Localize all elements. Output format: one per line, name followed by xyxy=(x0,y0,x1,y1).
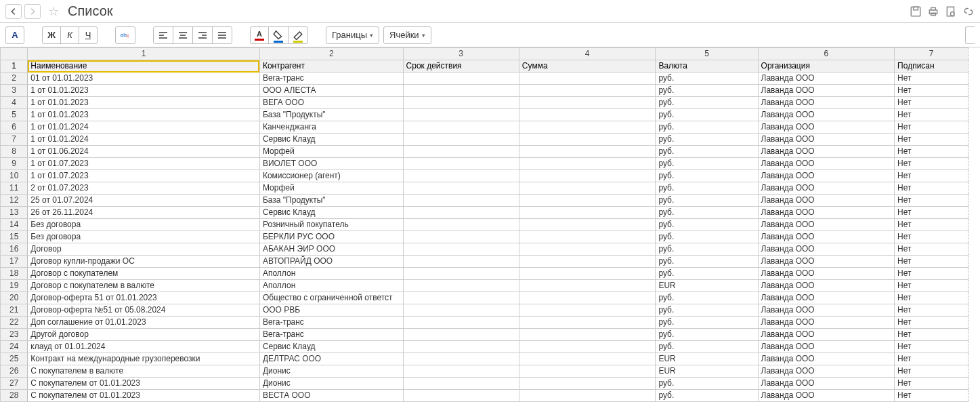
cell[interactable]: Лаванда ООО xyxy=(758,97,895,109)
cell[interactable]: руб. xyxy=(656,134,758,146)
cell[interactable]: Нет xyxy=(895,256,968,268)
font-button[interactable]: A xyxy=(5,26,24,44)
cell[interactable]: руб. xyxy=(656,195,758,207)
row-number[interactable]: 27 xyxy=(1,378,28,390)
cell[interactable] xyxy=(403,304,519,317)
cell[interactable]: руб. xyxy=(656,243,758,256)
cell[interactable]: Вега-транс xyxy=(259,317,403,329)
cell[interactable]: База "Продукты" xyxy=(259,195,403,207)
cell[interactable]: руб. xyxy=(656,219,758,231)
borders-dropdown[interactable]: Границы ▾ xyxy=(326,26,379,44)
cell[interactable] xyxy=(403,256,519,268)
cell[interactable]: С покупателем от 01.01.2023 xyxy=(28,390,260,402)
cell[interactable]: Лаванда ООО xyxy=(758,317,895,329)
cell[interactable]: База "Продукты" xyxy=(259,109,403,121)
cell[interactable]: Нет xyxy=(895,378,968,390)
cell[interactable]: Лаванда ООО xyxy=(758,243,895,256)
cell[interactable] xyxy=(403,219,519,231)
cell[interactable] xyxy=(403,378,519,390)
cell[interactable]: С покупателем от 01.01.2023 xyxy=(28,378,260,390)
cell[interactable]: руб. xyxy=(656,341,758,353)
cell[interactable]: Сервис Клауд xyxy=(259,207,403,219)
cell[interactable] xyxy=(519,292,656,304)
row-number[interactable]: 25 xyxy=(1,353,28,365)
cell[interactable]: руб. xyxy=(656,329,758,341)
col-header[interactable]: 7 xyxy=(895,48,968,60)
cell[interactable]: Нет xyxy=(895,231,968,243)
cell[interactable] xyxy=(403,97,519,109)
cell[interactable]: Контракт на международные грузоперевозки xyxy=(28,353,260,365)
cell[interactable]: Розничный покупатель xyxy=(259,219,403,231)
cell[interactable]: руб. xyxy=(656,256,758,268)
row-number[interactable]: 26 xyxy=(1,365,28,378)
cell[interactable]: Нет xyxy=(895,329,968,341)
row-number[interactable]: 23 xyxy=(1,329,28,341)
cells-dropdown[interactable]: Ячейки ▾ xyxy=(383,26,431,44)
row-number[interactable]: 17 xyxy=(1,256,28,268)
cell[interactable] xyxy=(403,268,519,280)
cell[interactable]: Вега-транс xyxy=(259,329,403,341)
cell[interactable]: Лаванда ООО xyxy=(758,329,895,341)
cell[interactable]: Лаванда ООО xyxy=(758,378,895,390)
cell[interactable] xyxy=(403,353,519,365)
cell[interactable]: Морфей xyxy=(259,182,403,195)
row-number[interactable]: 19 xyxy=(1,280,28,292)
cell[interactable]: руб. xyxy=(656,97,758,109)
cell[interactable]: Лаванда ООО xyxy=(758,85,895,97)
cell[interactable]: Дионис xyxy=(259,378,403,390)
cell[interactable] xyxy=(403,317,519,329)
cell[interactable] xyxy=(519,329,656,341)
cell[interactable] xyxy=(403,195,519,207)
cell[interactable]: руб. xyxy=(656,73,758,85)
cell[interactable]: руб. xyxy=(656,170,758,182)
cell[interactable]: Другой договор xyxy=(28,329,260,341)
cell[interactable]: Комиссионер (агент) xyxy=(259,170,403,182)
cell[interactable] xyxy=(403,146,519,158)
font-color-button[interactable]: А xyxy=(250,26,269,44)
row-number[interactable]: 28 xyxy=(1,390,28,402)
cell[interactable] xyxy=(519,85,656,97)
cell[interactable]: Сервис Клауд xyxy=(259,341,403,353)
align-left-button[interactable] xyxy=(153,26,173,44)
cell[interactable]: Лаванда ООО xyxy=(758,170,895,182)
cell[interactable]: 1 от 01.01.2023 xyxy=(28,85,260,97)
row-number[interactable]: 2 xyxy=(1,73,28,85)
cell[interactable]: Лаванда ООО xyxy=(758,365,895,378)
cell[interactable] xyxy=(403,341,519,353)
cell[interactable] xyxy=(403,329,519,341)
cell[interactable] xyxy=(519,219,656,231)
cell[interactable]: Договор-оферта 51 от 01.01.2023 xyxy=(28,292,260,304)
cell[interactable] xyxy=(519,134,656,146)
column-header-cell[interactable]: Сумма xyxy=(519,60,656,73)
nav-back-button[interactable] xyxy=(5,4,22,19)
cell[interactable]: Нет xyxy=(895,207,968,219)
cell[interactable]: 1 от 01.01.2024 xyxy=(28,121,260,134)
cell[interactable]: 1 от 01.07.2023 xyxy=(28,158,260,170)
cell[interactable]: Договор xyxy=(28,243,260,256)
cell[interactable]: EUR xyxy=(656,280,758,292)
cell[interactable]: ВЕГА ООО xyxy=(259,97,403,109)
cell[interactable] xyxy=(519,341,656,353)
cell[interactable] xyxy=(403,73,519,85)
cell[interactable]: Лаванда ООО xyxy=(758,109,895,121)
cell[interactable] xyxy=(403,292,519,304)
cell[interactable] xyxy=(519,365,656,378)
cell[interactable]: Без договора xyxy=(28,231,260,243)
cell[interactable] xyxy=(519,231,656,243)
cell[interactable] xyxy=(519,207,656,219)
column-header-cell[interactable]: Организация xyxy=(758,60,895,73)
cell[interactable] xyxy=(403,170,519,182)
row-number[interactable]: 16 xyxy=(1,243,28,256)
cell[interactable]: Нет xyxy=(895,121,968,134)
cell[interactable]: Лаванда ООО xyxy=(758,390,895,402)
cell[interactable] xyxy=(519,304,656,317)
row-number[interactable]: 22 xyxy=(1,317,28,329)
cell[interactable]: руб. xyxy=(656,317,758,329)
cell[interactable]: Без договора xyxy=(28,219,260,231)
cell[interactable] xyxy=(519,146,656,158)
cell[interactable]: 1 от 01.07.2023 xyxy=(28,170,260,182)
cell[interactable]: 2 от 01.07.2023 xyxy=(28,182,260,195)
cell[interactable]: Лаванда ООО xyxy=(758,292,895,304)
row-number[interactable]: 24 xyxy=(1,341,28,353)
cell[interactable]: Общество с ограниченной ответст xyxy=(259,292,403,304)
